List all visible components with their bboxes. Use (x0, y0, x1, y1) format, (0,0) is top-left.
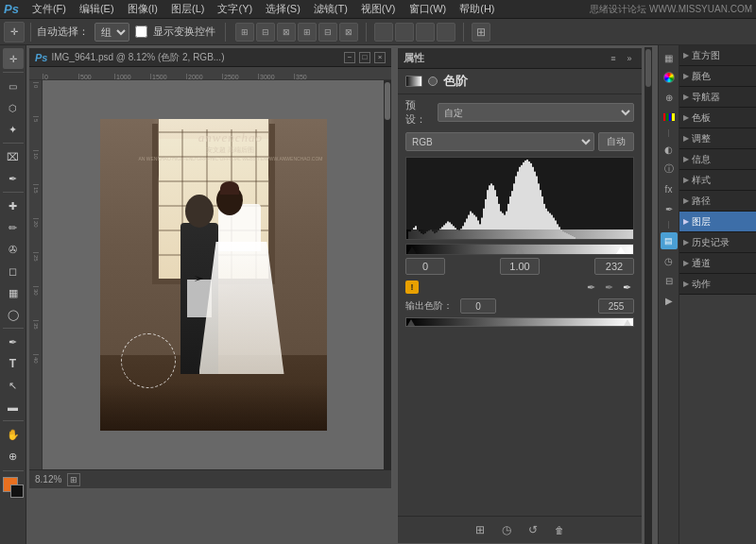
panel-header-layers[interactable]: ▶ 图层 (679, 212, 756, 232)
auto-button[interactable]: 自动 (598, 132, 634, 151)
shape-tool[interactable]: ▬ (3, 397, 24, 417)
channel-select[interactable]: RGB (405, 132, 594, 151)
prop-delete-icon[interactable]: 🗑 (550, 520, 569, 539)
white-point-input[interactable] (594, 258, 634, 275)
preset-select[interactable]: 自定 (438, 103, 634, 122)
hand-tool[interactable]: ✋ (3, 424, 24, 445)
icon-color[interactable] (661, 69, 678, 86)
align-middle-btn[interactable]: ⊟ (318, 23, 337, 42)
background-color[interactable] (10, 484, 24, 498)
icon-info[interactable]: ⓘ (661, 161, 678, 178)
text-tool[interactable]: T (3, 353, 24, 374)
black-point-input[interactable] (405, 258, 445, 275)
doc-maximize-btn[interactable]: □ (359, 52, 370, 63)
input-sliders[interactable] (405, 244, 634, 255)
healing-tool[interactable]: ✚ (3, 196, 24, 216)
menu-image[interactable]: 图像(I) (122, 1, 163, 17)
panel-header-history[interactable]: ▶ 历史记录 (679, 232, 756, 253)
move-tool-options[interactable]: ✛ (4, 22, 25, 42)
middle-scrollbar-thumb[interactable] (645, 49, 651, 87)
align-left-btn[interactable]: ⊞ (235, 23, 254, 42)
icon-navigator[interactable]: ⊕ (661, 89, 678, 106)
show-transform-checkbox[interactable] (135, 26, 147, 38)
color-swatches[interactable] (3, 477, 24, 498)
align-center-btn[interactable]: ⊟ (256, 23, 275, 42)
icon-paths[interactable]: ✒ (661, 200, 678, 217)
icon-history[interactable]: ◷ (661, 252, 678, 269)
icon-channels[interactable]: ⊟ (661, 272, 678, 289)
panel-header-histogram[interactable]: ▶ 直方图 (679, 45, 756, 66)
middle-scrollbar[interactable] (644, 47, 652, 544)
zoom-tool[interactable]: ⊕ (3, 446, 24, 467)
magic-wand-tool[interactable]: ✦ (3, 119, 24, 140)
menu-edit[interactable]: 编辑(E) (74, 1, 120, 17)
dist-l-btn[interactable] (416, 23, 435, 42)
dist-r-btn[interactable] (437, 23, 455, 42)
dist-v-btn[interactable] (395, 23, 414, 42)
output-slider[interactable] (405, 317, 634, 327)
prop-reset-icon[interactable]: ↺ (524, 520, 542, 539)
output-black-slider[interactable] (407, 319, 415, 326)
icon-swatches[interactable] (661, 109, 678, 126)
doc-status-icon[interactable]: ⊞ (67, 473, 80, 486)
doc-minimize-btn[interactable]: − (344, 52, 355, 63)
levels-visibility-btn[interactable] (428, 76, 438, 86)
eyedropper-tool[interactable]: ✒ (3, 168, 24, 189)
align-right-btn[interactable]: ⊠ (277, 23, 296, 42)
panel-header-color[interactable]: ▶ 颜色 (679, 66, 756, 87)
menu-file[interactable]: 文件(F) (26, 1, 72, 17)
panel-header-info[interactable]: ▶ 信息 (679, 149, 756, 170)
output-black-input[interactable] (460, 298, 496, 314)
menu-layer[interactable]: 图层(L) (165, 1, 210, 17)
icon-actions[interactable]: ▶ (661, 292, 678, 309)
output-white-slider[interactable] (624, 319, 631, 326)
menu-filter[interactable]: 滤镜(T) (308, 1, 353, 17)
panel-header-swatches[interactable]: ▶ 色板 (679, 108, 756, 128)
brush-tool[interactable]: ✏ (3, 217, 24, 238)
white-point-slider[interactable] (616, 246, 626, 254)
panel-header-paths[interactable]: ▶ 路径 (679, 191, 756, 212)
prop-layer-icon[interactable]: ◷ (497, 520, 516, 539)
marquee-tool[interactable]: ▭ (3, 76, 24, 96)
properties-expand-btn[interactable]: » (623, 52, 636, 65)
menu-view[interactable]: 视图(V) (355, 1, 402, 17)
black-point-slider[interactable] (407, 246, 417, 254)
menu-help[interactable]: 帮助(H) (454, 1, 500, 17)
menu-select[interactable]: 选择(S) (260, 1, 306, 17)
panel-header-actions[interactable]: ▶ 动作 (679, 274, 756, 295)
panel-header-styles[interactable]: ▶ 样式 (679, 170, 756, 191)
path-select-tool[interactable]: ↖ (3, 375, 24, 396)
panel-header-navigator[interactable]: ▶ 导航器 (679, 87, 756, 108)
panel-header-channels[interactable]: ▶ 通道 (679, 253, 756, 274)
gradient-tool[interactable]: ▦ (3, 282, 24, 303)
scrollbar-thumb[interactable] (385, 82, 390, 120)
align-bottom-btn[interactable]: ⊠ (339, 23, 358, 42)
icon-adjustments[interactable]: ◐ (661, 141, 678, 158)
align-top-btn[interactable]: ⊞ (298, 23, 317, 42)
gray-eyedropper[interactable]: ✒ (601, 280, 616, 295)
dist-h-btn[interactable] (374, 23, 393, 42)
menu-window[interactable]: 窗口(W) (404, 1, 453, 17)
dodge-tool[interactable]: ◯ (3, 304, 24, 325)
doc-close-btn[interactable]: × (374, 52, 386, 63)
prop-clip-icon[interactable]: ⊞ (471, 520, 490, 539)
extra-btn[interactable]: ⊞ (472, 23, 490, 42)
menu-text[interactable]: 文字(Y) (212, 1, 258, 17)
clone-tool[interactable]: ✇ (3, 239, 24, 260)
crop-tool[interactable]: ⌧ (3, 146, 24, 167)
output-white-input[interactable] (598, 298, 634, 314)
doc-scrollbar-v[interactable] (384, 80, 391, 469)
icon-styles[interactable]: fx (661, 180, 678, 197)
auto-select-dropdown[interactable]: 组 (94, 23, 129, 42)
white-eyedropper[interactable]: ✒ (619, 280, 634, 295)
mid-point-input[interactable] (500, 258, 540, 275)
panel-header-adjustments[interactable]: ▶ 调整 (679, 128, 756, 149)
black-eyedropper[interactable]: ✒ (583, 280, 598, 295)
icon-layers-active[interactable]: ▤ (661, 232, 678, 249)
move-tool[interactable]: ✛ (3, 48, 24, 69)
eraser-tool[interactable]: ◻ (3, 261, 24, 281)
mid-point-slider[interactable] (515, 246, 524, 254)
properties-options-btn[interactable]: ≡ (607, 52, 620, 65)
icon-histogram[interactable]: ▦ (661, 49, 678, 66)
lasso-tool[interactable]: ⬡ (3, 97, 24, 118)
